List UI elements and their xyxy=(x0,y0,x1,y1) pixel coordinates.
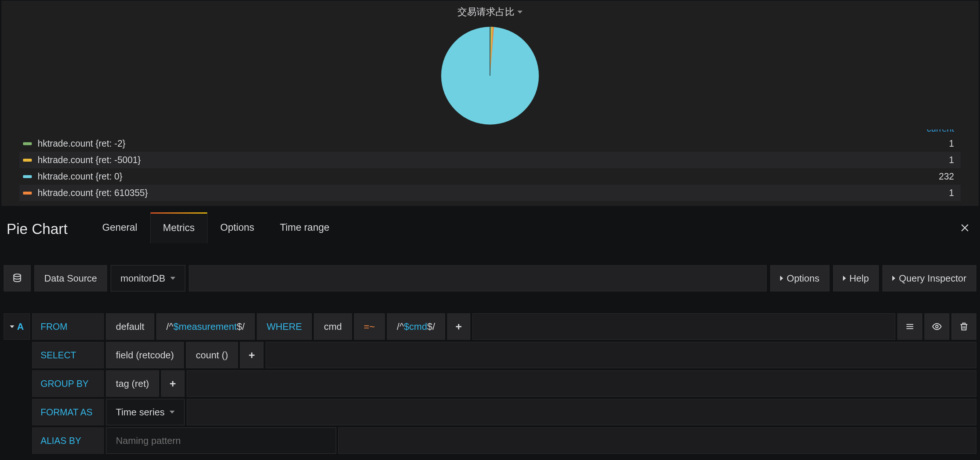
editor-tabs: GeneralMetricsOptionsTime range xyxy=(89,215,342,243)
from-policy[interactable]: default xyxy=(106,313,154,340)
pie-svg xyxy=(441,26,539,125)
query-options-label: Options xyxy=(787,273,819,284)
tab-metrics[interactable]: Metrics xyxy=(150,212,208,243)
legend-swatch xyxy=(23,175,32,178)
datasource-row: Data Source monitorDB Options Help Query… xyxy=(4,265,976,291)
legend-swatch xyxy=(23,142,32,145)
query-letter: A xyxy=(17,321,24,332)
tab-time-range[interactable]: Time range xyxy=(267,212,342,243)
legend-value: 1 xyxy=(932,188,954,198)
from-measurement[interactable]: /^$measurement$/ xyxy=(156,313,255,340)
format-value: Time series xyxy=(116,407,164,418)
caret-right-icon xyxy=(892,276,895,281)
alias-label: ALIAS BY xyxy=(32,428,104,454)
caret-right-icon xyxy=(780,276,783,281)
row-fill xyxy=(187,371,976,397)
caret-right-icon xyxy=(843,276,846,281)
legend-label: hktrade.count {ret: 0} xyxy=(38,171,932,182)
legend-value: 1 xyxy=(932,155,954,165)
close-editor-button[interactable] xyxy=(957,216,973,243)
query-help-label: Help xyxy=(850,273,869,284)
close-icon xyxy=(959,222,970,233)
menu-icon xyxy=(905,321,915,332)
legend-label: hktrade.count {ret: -2} xyxy=(38,138,932,149)
legend-row[interactable]: hktrade.count {ret: -5001}1 xyxy=(19,152,961,168)
svg-point-0 xyxy=(14,274,21,276)
alias-input[interactable] xyxy=(116,435,326,446)
svg-point-4 xyxy=(936,326,939,328)
query-toggle-visibility-button[interactable] xyxy=(924,313,949,340)
query-inspector-button[interactable]: Query Inspector xyxy=(883,265,976,291)
chevron-down-icon xyxy=(517,11,522,14)
legend-value: 1 xyxy=(932,138,954,149)
panel-editor-header: Pie Chart GeneralMetricsOptionsTime rang… xyxy=(0,206,980,243)
query-menu-button[interactable] xyxy=(897,313,922,340)
legend-label: hktrade.count {ret: 610355} xyxy=(38,188,932,198)
trash-icon xyxy=(959,321,969,332)
query-options-button[interactable]: Options xyxy=(770,265,829,291)
where-operator[interactable]: =~ xyxy=(354,313,385,340)
panel-type-title: Pie Chart xyxy=(6,221,68,237)
row-fill xyxy=(338,428,976,454)
query-row-alias: ALIAS BY xyxy=(32,428,976,454)
legend-header-current[interactable]: current xyxy=(19,129,961,135)
panel-container: 交易请求占比 current hktrade.count {ret: -2}1h… xyxy=(2,1,978,206)
query-remove-button[interactable] xyxy=(951,313,976,340)
format-picker[interactable]: Time series xyxy=(106,399,185,425)
alias-input-wrap xyxy=(106,428,336,454)
query-row-select: SELECT field (retcode) count () + xyxy=(32,342,976,368)
groupby-label: GROUP BY xyxy=(32,371,104,397)
datasource-picker[interactable]: monitorDB xyxy=(111,265,186,291)
panel-title: 交易请求占比 xyxy=(458,5,514,18)
format-label: FORMAT AS xyxy=(32,399,104,425)
select-label: SELECT xyxy=(32,342,104,368)
select-field[interactable]: field (retcode) xyxy=(106,342,184,368)
legend-row[interactable]: hktrade.count {ret: 610355}1 xyxy=(19,185,961,201)
query-a-block: A FROM default /^$measurement$/ WHERE cm… xyxy=(4,313,976,454)
pie-chart xyxy=(5,20,975,127)
row-fill xyxy=(187,399,976,425)
query-toggle-collapse[interactable]: A xyxy=(4,313,30,340)
panel-title-bar[interactable]: 交易请求占比 xyxy=(5,3,975,20)
where-add-button[interactable]: + xyxy=(447,313,471,340)
legend-row[interactable]: hktrade.count {ret: -2}1 xyxy=(19,135,961,152)
query-inspector-label: Query Inspector xyxy=(899,273,966,284)
datasource-spacer xyxy=(189,265,767,291)
database-icon xyxy=(12,273,22,283)
where-tag-value[interactable]: /^$cmd$/ xyxy=(387,313,445,340)
eye-icon xyxy=(932,321,942,332)
select-func[interactable]: count () xyxy=(186,342,238,368)
legend-swatch xyxy=(23,159,32,161)
tab-options[interactable]: Options xyxy=(208,212,267,243)
query-row-format: FORMAT AS Time series xyxy=(32,399,976,425)
legend-row[interactable]: hktrade.count {ret: 0}232 xyxy=(19,168,961,185)
datasource-selected: monitorDB xyxy=(121,273,165,284)
chevron-down-icon xyxy=(170,277,175,280)
groupby-tag[interactable]: tag (ret) xyxy=(106,371,159,397)
row-fill xyxy=(473,313,895,340)
where-label: WHERE xyxy=(257,313,312,340)
groupby-add-button[interactable]: + xyxy=(161,371,185,397)
tab-general[interactable]: General xyxy=(89,212,150,243)
legend-table: current hktrade.count {ret: -2}1hktrade.… xyxy=(19,129,961,201)
datasource-label: Data Source xyxy=(34,265,107,291)
query-row-from: A FROM default /^$measurement$/ WHERE cm… xyxy=(4,313,976,340)
select-add-button[interactable]: + xyxy=(240,342,264,368)
query-help-button[interactable]: Help xyxy=(833,265,879,291)
chevron-down-icon xyxy=(10,326,14,328)
legend-swatch xyxy=(23,192,32,195)
query-row-groupby: GROUP BY tag (ret) + xyxy=(32,371,976,397)
where-tag-key[interactable]: cmd xyxy=(314,313,352,340)
datasource-icon-box xyxy=(4,265,31,291)
legend-value: 232 xyxy=(932,171,954,182)
chevron-down-icon xyxy=(170,410,175,414)
row-fill xyxy=(266,342,976,368)
from-label: FROM xyxy=(32,313,104,340)
legend-label: hktrade.count {ret: -5001} xyxy=(38,155,932,165)
